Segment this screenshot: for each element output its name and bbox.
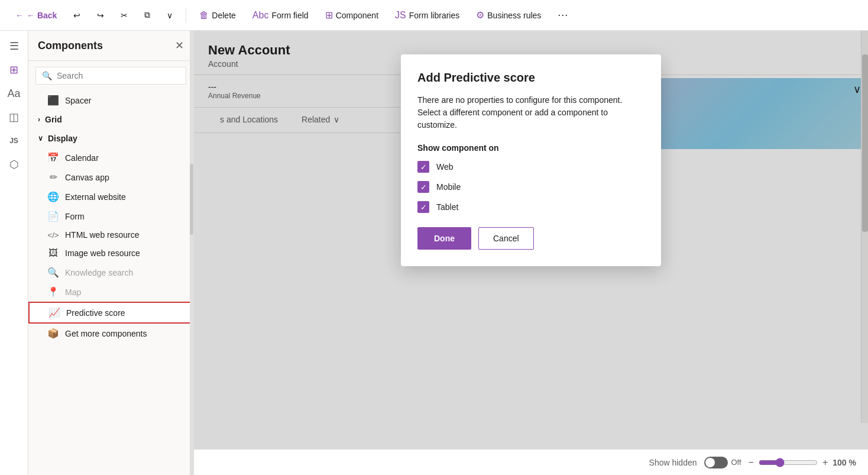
form-label: Form — [65, 212, 85, 221]
checkbox-mobile-label: Mobile — [436, 182, 461, 192]
predictivescore-label: Predictive score — [66, 308, 125, 318]
checkbox-tablet[interactable]: ✓ — [417, 201, 429, 213]
grid-label: Grid — [45, 115, 62, 124]
predictivescore-icon: 📈 — [48, 307, 60, 318]
sidebar-content: ⬛ Spacer › Grid ∨ Display 📅 Calendar ✏ C… — [28, 91, 193, 475]
search-container: 🔍 — [35, 67, 186, 85]
paste-icon: ⧉ — [144, 10, 150, 20]
imagewebresource-label: Image web resource — [65, 248, 140, 258]
sidebar-scroll-track — [190, 31, 193, 475]
chevron-down-icon: ∨ — [167, 11, 173, 20]
sidebar-title: Components — [38, 40, 103, 52]
formfield-label: Form field — [271, 11, 308, 20]
done-button[interactable]: Done — [417, 227, 471, 250]
formlibraries-icon: JS — [395, 10, 406, 21]
sidebar-item-getmore[interactable]: 📦 Get more components — [28, 324, 193, 343]
search-icon: 🔍 — [42, 71, 52, 80]
modal-overlay: Add Predictive score There are no proper… — [194, 31, 868, 449]
cut-icon: ✂ — [121, 11, 128, 20]
sidebar-item-knowledgesearch[interactable]: 🔍 Knowledge search — [28, 263, 193, 282]
formlibraries-button[interactable]: JS Form libraries — [389, 7, 465, 24]
sidebar-item-calendar[interactable]: 📅 Calendar — [28, 148, 193, 167]
toggle-track[interactable] — [704, 457, 728, 468]
zoom-out-button[interactable]: − — [749, 457, 754, 468]
knowledgesearch-icon: 🔍 — [47, 267, 59, 278]
form-canvas: New Account Account --- Annual Revenue -… — [194, 31, 868, 449]
zoom-in-button[interactable]: + — [822, 457, 828, 468]
delete-icon: 🗑 — [199, 10, 209, 21]
main-layout: ☰ ⊞ Aa ◫ JS ⬡ Components ✕ 🔍 ⬛ Spacer › … — [0, 31, 868, 475]
delete-button[interactable]: 🗑 Delete — [193, 7, 241, 24]
more-label: ··· — [558, 9, 568, 21]
canvasapp-icon: ✏ — [47, 172, 59, 183]
search-input[interactable] — [57, 71, 180, 80]
checkbox-tablet-label: Tablet — [436, 202, 458, 212]
businessrules-button[interactable]: ⚙ Business rules — [470, 7, 547, 24]
formlibraries-label: Form libraries — [409, 11, 460, 20]
undo-button[interactable]: ↩ — [67, 8, 86, 23]
formfield-icon: Abc — [252, 10, 269, 21]
modal-buttons: Done Cancel — [417, 227, 644, 250]
cut-button[interactable]: ✂ — [115, 8, 134, 23]
toggle-thumb — [705, 458, 715, 467]
back-button[interactable]: ← ← Back — [9, 8, 63, 23]
component-label: Component — [336, 11, 378, 20]
rail-text-icon[interactable]: Aa — [4, 83, 25, 104]
toggle-switch[interactable]: Off — [704, 457, 741, 468]
left-rail: ☰ ⊞ Aa ◫ JS ⬡ — [0, 31, 28, 475]
checkbox-web[interactable]: ✓ — [417, 161, 429, 173]
sidebar-item-imagewebresource[interactable]: 🖼 Image web resource — [28, 244, 193, 263]
sidebar-group-grid[interactable]: › Grid — [28, 110, 193, 129]
knowledgesearch-label: Knowledge search — [65, 268, 133, 277]
separator — [186, 8, 186, 22]
modal-title: Add Predictive score — [417, 71, 644, 85]
show-hidden-label: Show hidden — [649, 458, 697, 467]
map-icon: 📍 — [47, 286, 59, 298]
formfield-button[interactable]: Abc Form field — [247, 7, 315, 24]
dropdown-button[interactable]: ∨ — [161, 8, 179, 23]
back-label: ← Back — [27, 11, 57, 20]
sidebar-item-map[interactable]: 📍 Map — [28, 282, 193, 302]
rail-layers-icon[interactable]: ◫ — [4, 106, 25, 128]
checkbox-row-mobile: ✓ Mobile — [417, 181, 644, 193]
delete-label: Delete — [212, 11, 235, 20]
globe-icon: 🌐 — [47, 191, 59, 202]
sidebar-item-externalwebsite[interactable]: 🌐 External website — [28, 187, 193, 206]
sidebar-item-form[interactable]: 📄 Form — [28, 206, 193, 226]
rail-js-icon[interactable]: JS — [4, 130, 25, 151]
toolbar: ← ← Back ↩ ↪ ✂ ⧉ ∨ 🗑 Delete Abc Form fie… — [0, 0, 868, 31]
modal-section-title: Show component on — [417, 143, 644, 153]
back-icon: ← — [15, 11, 24, 20]
sidebar-item-htmlwebresource[interactable]: </> HTML web resource — [28, 226, 193, 244]
sidebar-group-display[interactable]: ∨ Display — [28, 129, 193, 148]
sidebar-item-canvasapp[interactable]: ✏ Canvas app — [28, 167, 193, 187]
rail-menu-icon[interactable]: ☰ — [4, 35, 25, 57]
cancel-button[interactable]: Cancel — [478, 227, 534, 250]
modal: Add Predictive score There are no proper… — [401, 54, 661, 266]
more-button[interactable]: ··· — [552, 6, 574, 24]
sidebar-item-predictivescore[interactable]: 📈 Predictive score — [28, 302, 193, 324]
canvasapp-label: Canvas app — [65, 173, 109, 182]
rail-grid-icon[interactable]: ⊞ — [4, 59, 25, 80]
bottom-bar: Show hidden Off − + 100 % — [194, 449, 868, 475]
component-button[interactable]: ⊞ Component — [319, 7, 384, 24]
chevron-down-icon: ∨ — [38, 134, 43, 143]
calendar-label: Calendar — [65, 153, 99, 163]
checkbox-mobile[interactable]: ✓ — [417, 181, 429, 193]
paste-button[interactable]: ⧉ — [138, 7, 156, 23]
getmore-label: Get more components — [65, 329, 147, 338]
checkmark-icon: ✓ — [420, 163, 427, 172]
checkbox-row-tablet: ✓ Tablet — [417, 201, 644, 213]
toggle-label: Off — [731, 458, 741, 467]
checkbox-row-web: ✓ Web — [417, 161, 644, 173]
sidebar-close-button[interactable]: ✕ — [175, 39, 184, 52]
component-icon: ⊞ — [325, 9, 333, 21]
zoom-slider[interactable] — [759, 458, 818, 467]
sidebar-item-spacer[interactable]: ⬛ Spacer — [28, 91, 193, 110]
redo-button[interactable]: ↪ — [91, 8, 110, 23]
rail-node-icon[interactable]: ⬡ — [4, 154, 25, 175]
content-area: New Account Account --- Annual Revenue -… — [194, 31, 868, 475]
getmore-icon: 📦 — [47, 328, 59, 339]
sidebar-header: Components ✕ — [28, 31, 193, 61]
spacer-icon: ⬛ — [47, 95, 59, 106]
